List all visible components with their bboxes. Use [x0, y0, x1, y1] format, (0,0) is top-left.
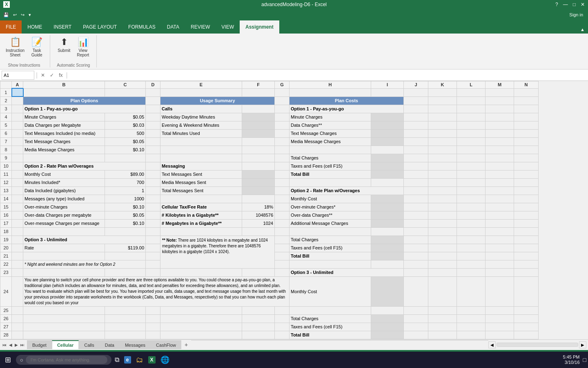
cell-a27[interactable]	[12, 323, 23, 331]
cell-i27[interactable]	[371, 323, 404, 331]
cell-m21[interactable]	[486, 252, 514, 260]
cell-j6[interactable]	[404, 129, 428, 137]
cell-e8[interactable]	[160, 146, 242, 154]
cell-b27[interactable]	[23, 323, 105, 331]
row-header[interactable]: 28	[0, 331, 12, 339]
cell-h1[interactable]	[290, 88, 371, 96]
cell-d28[interactable]	[146, 331, 160, 339]
cell-a28[interactable]	[12, 331, 23, 339]
cell-e23[interactable]	[160, 268, 242, 276]
cell-g9[interactable]	[275, 154, 290, 162]
cell-b24[interactable]: You are planning to switch your cell pho…	[23, 276, 290, 306]
cell-n23[interactable]	[514, 268, 539, 276]
cell-d6[interactable]	[146, 129, 160, 137]
cell-l4[interactable]	[457, 113, 486, 121]
cell-b22[interactable]: * Night and weekend minutes are free for…	[23, 260, 146, 268]
row-header[interactable]: 19	[0, 236, 12, 244]
cell-k9[interactable]	[428, 154, 457, 162]
cell-e4[interactable]: Weekday Daytime Minutes	[160, 113, 242, 121]
cell-h12[interactable]	[290, 178, 371, 186]
cell-h16[interactable]: Over-data Charges**	[290, 211, 371, 219]
cell-b11[interactable]: Monthly Cost	[23, 170, 105, 178]
cell-c17[interactable]: $0.10	[105, 219, 146, 227]
cell-n4[interactable]	[514, 113, 539, 121]
row-header[interactable]: 6	[0, 129, 12, 137]
cell-f5[interactable]	[242, 121, 275, 129]
cell-j25[interactable]	[404, 306, 428, 314]
cell-k15[interactable]	[428, 203, 457, 211]
cell-g22[interactable]	[275, 260, 290, 268]
cell-n25[interactable]	[514, 306, 539, 314]
cell-h18[interactable]	[290, 227, 371, 236]
cell-l20[interactable]	[457, 244, 486, 252]
cell-g23[interactable]	[275, 268, 290, 276]
cell-h20[interactable]: Taxes and Fees (cell F15)	[290, 244, 371, 252]
col-k[interactable]: K	[428, 81, 457, 89]
cell-d4[interactable]	[146, 113, 160, 121]
cell-c7[interactable]: $0.05	[105, 137, 146, 146]
ribbon-collapse-btn[interactable]: ▲	[577, 25, 588, 34]
cell-e15[interactable]: Cellular Tax/Fee Rate	[160, 203, 242, 211]
cell-g7[interactable]	[275, 137, 290, 146]
row-header[interactable]: 22	[0, 260, 12, 268]
cell-n10[interactable]	[514, 162, 539, 170]
tab-cashflow[interactable]: CashFlow	[151, 340, 181, 349]
cell-k24[interactable]	[428, 276, 457, 306]
cell-d11[interactable]	[146, 170, 160, 178]
col-a[interactable]: A	[12, 81, 23, 89]
cell-a24[interactable]	[12, 276, 23, 306]
cell-h28[interactable]: Total Bill	[290, 331, 371, 339]
col-l[interactable]: L	[457, 81, 486, 89]
cell-a15[interactable]	[12, 203, 23, 211]
row-header[interactable]: 27	[0, 323, 12, 331]
cell-l10[interactable]	[457, 162, 486, 170]
row-header[interactable]: 10	[0, 162, 12, 170]
cell-n22[interactable]	[514, 260, 539, 268]
cell-g13[interactable]	[275, 186, 290, 195]
cell-h9[interactable]: Total Charges	[290, 154, 371, 162]
cell-c6[interactable]: 500	[105, 129, 146, 137]
cell-b26[interactable]	[23, 314, 105, 323]
cell-k19[interactable]	[428, 236, 457, 244]
cell-b21[interactable]	[23, 252, 105, 260]
cell-c20[interactable]: $119.00	[105, 244, 146, 252]
cell-l13[interactable]	[457, 186, 486, 195]
cell-g12[interactable]	[275, 178, 290, 186]
cell-d17[interactable]	[146, 219, 160, 227]
cell-g8[interactable]	[275, 146, 290, 154]
cell-c1[interactable]	[105, 88, 146, 96]
close-btn[interactable]: ✕	[581, 2, 585, 7]
cell-j20[interactable]	[404, 244, 428, 252]
hscroll-right[interactable]: ▶	[579, 341, 586, 348]
cell-m6[interactable]	[486, 129, 514, 137]
cell-a11[interactable]	[12, 170, 23, 178]
cell-g5[interactable]	[275, 121, 290, 129]
row-header[interactable]: 2	[0, 96, 12, 105]
cell-f17[interactable]: 1024	[242, 219, 275, 227]
row-header[interactable]: 17	[0, 219, 12, 227]
cell-j27[interactable]	[404, 323, 428, 331]
cell-b6[interactable]: Text Messages Included (no media)	[23, 129, 105, 137]
cell-l22[interactable]	[457, 260, 486, 268]
cell-j14[interactable]	[404, 195, 428, 203]
cell-j4[interactable]	[404, 113, 428, 121]
cell-d26[interactable]	[146, 314, 160, 323]
cell-l14[interactable]	[457, 195, 486, 203]
sheet-nav-first[interactable]: ⏮	[2, 342, 7, 348]
tab-assignment[interactable]: Assignment	[240, 20, 279, 34]
minimize-btn[interactable]: —	[563, 2, 568, 7]
taskbar-explorer[interactable]: 🗂	[134, 354, 145, 366]
row-header[interactable]: 11	[0, 170, 12, 178]
cell-l24[interactable]	[457, 276, 486, 306]
cell-a4[interactable]	[12, 113, 23, 121]
cell-l9[interactable]	[457, 154, 486, 162]
cell-c14[interactable]: 1000	[105, 195, 146, 203]
tab-file[interactable]: FILE	[0, 20, 22, 34]
taskbar-ie[interactable]: 🌐	[159, 354, 171, 366]
cell-m12[interactable]	[486, 178, 514, 186]
tab-cellular[interactable]: Cellular	[52, 340, 79, 349]
cell-b16[interactable]: Over-data Charges per megabyte	[23, 211, 105, 219]
cell-e7[interactable]	[160, 137, 242, 146]
cell-k2[interactable]	[428, 96, 457, 105]
cell-i9[interactable]	[371, 154, 404, 162]
